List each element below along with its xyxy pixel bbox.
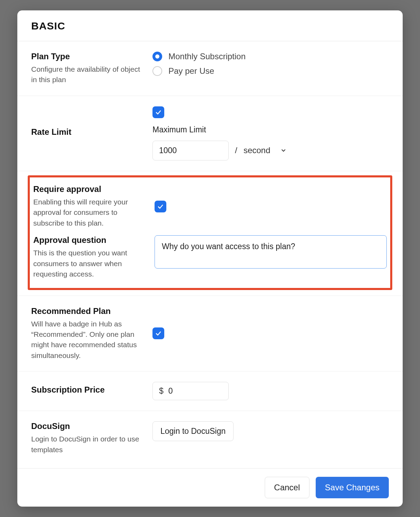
- section-recommended-plan: Recommended Plan Will have a badge in Hu…: [17, 296, 403, 372]
- section-label: Require approval Enabling this will requ…: [33, 184, 144, 228]
- subscription-price-label: Subscription Price: [31, 385, 105, 395]
- subscription-price-control: $: [152, 382, 389, 400]
- section-rate-limit: Rate Limit Maximum Limit / second: [17, 96, 403, 171]
- maximum-limit-label: Maximum Limit: [152, 125, 389, 134]
- check-icon: [155, 330, 162, 337]
- approval-question-label: Approval question: [33, 235, 144, 245]
- docusign-description: Login to DocuSign in order to use templa…: [31, 434, 142, 455]
- section-label: Recommended Plan Will have a badge in Hu…: [31, 306, 142, 361]
- require-approval-checkbox[interactable]: [155, 201, 166, 212]
- require-approval-label: Require approval: [33, 184, 144, 194]
- rate-limit-input-row: / second: [152, 141, 389, 160]
- plan-type-options: Monthly Subscription Pay per Use: [152, 52, 389, 85]
- recommended-plan-label: Recommended Plan: [31, 306, 142, 316]
- radio-icon: [152, 66, 162, 76]
- recommended-plan-checkbox[interactable]: [152, 327, 164, 339]
- require-approval-control: [155, 184, 387, 228]
- recommended-plan-description: Will have a badge in Hub as “Recommended…: [31, 319, 142, 361]
- modal-title: BASIC: [31, 20, 389, 32]
- docusign-label: DocuSign: [31, 421, 142, 431]
- approval-question-input[interactable]: [155, 235, 387, 269]
- section-subscription-price: Subscription Price $: [17, 371, 403, 411]
- subscription-price-input-wrapper: $: [152, 382, 229, 400]
- rate-limit-unit-prefix: /: [235, 146, 237, 155]
- section-label: Approval question This is the question y…: [33, 235, 144, 279]
- section-label: Rate Limit: [31, 106, 142, 160]
- radio-monthly-subscription[interactable]: Monthly Subscription: [152, 52, 389, 61]
- currency-symbol: $: [159, 386, 164, 396]
- plan-edit-modal: BASIC Plan Type Configure the availabili…: [17, 10, 403, 507]
- chevron-down-icon[interactable]: [280, 147, 287, 154]
- save-changes-button[interactable]: Save Changes: [316, 477, 389, 498]
- approval-question-description: This is the question you want consumers …: [33, 248, 144, 279]
- rate-limit-controls: Maximum Limit / second: [152, 106, 389, 160]
- approval-highlight-box: Require approval Enabling this will requ…: [28, 175, 392, 290]
- section-require-approval: Require approval Enabling this will requ…: [33, 184, 387, 235]
- login-docusign-button[interactable]: Login to DocuSign: [152, 421, 234, 441]
- plan-type-label: Plan Type: [31, 52, 142, 61]
- approval-question-control: [155, 235, 387, 279]
- modal-body: Plan Type Configure the availability of …: [17, 41, 403, 468]
- rate-limit-label: Rate Limit: [31, 127, 71, 137]
- section-plan-type: Plan Type Configure the availability of …: [17, 41, 403, 96]
- section-approval-question: Approval question This is the question y…: [33, 235, 387, 279]
- rate-limit-input[interactable]: [152, 141, 229, 160]
- section-label: Subscription Price: [31, 382, 142, 400]
- check-icon: [155, 109, 162, 116]
- plan-type-description: Configure the availability of object in …: [31, 64, 142, 85]
- radio-label: Monthly Subscription: [168, 52, 246, 61]
- radio-icon: [152, 52, 162, 61]
- rate-limit-unit: second: [244, 146, 270, 155]
- docusign-control: Login to DocuSign: [152, 421, 389, 455]
- section-docusign: DocuSign Login to DocuSign in order to u…: [17, 411, 403, 465]
- rate-limit-checkbox[interactable]: [152, 106, 164, 118]
- subscription-price-input[interactable]: [168, 386, 222, 396]
- require-approval-description: Enabling this will require your approval…: [33, 197, 144, 228]
- section-label: DocuSign Login to DocuSign in order to u…: [31, 421, 142, 455]
- modal-header: BASIC: [17, 10, 403, 41]
- section-label: Plan Type Configure the availability of …: [31, 52, 142, 85]
- radio-label: Pay per Use: [168, 66, 214, 76]
- radio-pay-per-use[interactable]: Pay per Use: [152, 66, 389, 76]
- check-icon: [157, 203, 164, 210]
- section-approval-wrapper: Require approval Enabling this will requ…: [17, 171, 403, 296]
- cancel-button[interactable]: Cancel: [265, 477, 309, 498]
- recommended-plan-control: [152, 306, 389, 361]
- modal-footer: Cancel Save Changes: [17, 468, 403, 507]
